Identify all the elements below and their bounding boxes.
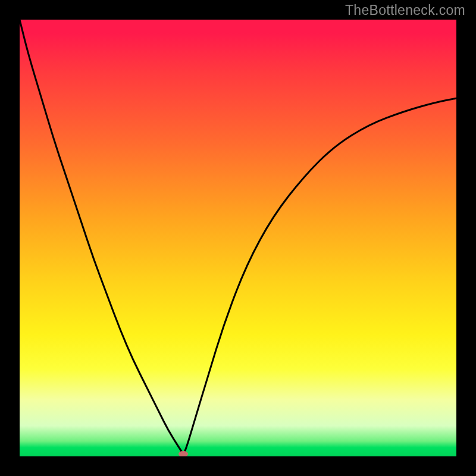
chart-curve (20, 20, 456, 456)
watermark-text: TheBottleneck.com (345, 2, 465, 18)
chart-minimum-marker (178, 451, 188, 456)
chart-plot-area (20, 20, 456, 456)
